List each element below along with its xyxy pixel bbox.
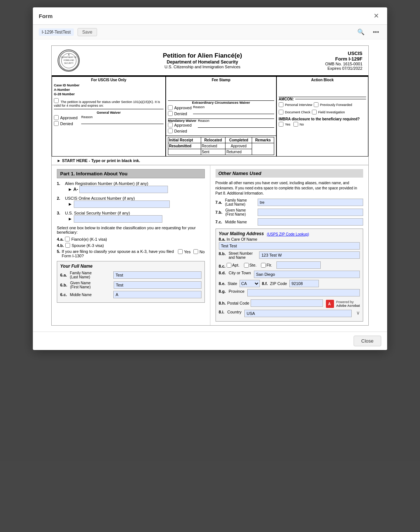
q3-input[interactable] bbox=[74, 215, 162, 223]
q8g-input[interactable] bbox=[247, 289, 360, 296]
svg-text:SECURITY: SECURITY bbox=[64, 62, 73, 64]
q8i-dropdown-icon[interactable]: ∨ bbox=[356, 310, 360, 316]
q1-input-row: ► A- bbox=[68, 186, 205, 193]
fee-stamp-label: Fee Stamp bbox=[168, 78, 274, 82]
save-button[interactable]: Save bbox=[78, 28, 97, 36]
previously-forwarded-checkbox[interactable] bbox=[314, 102, 319, 107]
q5-number: 5. bbox=[57, 249, 60, 254]
returned-label: Returned bbox=[226, 149, 252, 155]
q6c-input[interactable] bbox=[113, 291, 201, 298]
q8c-ste-label: Ste. bbox=[249, 263, 257, 267]
q1-number: 1. bbox=[57, 181, 63, 186]
modal-header: Form ✕ bbox=[33, 7, 387, 25]
svg-text:A: A bbox=[328, 302, 331, 306]
gen-denied-checkbox[interactable] bbox=[54, 121, 59, 126]
q1-label: Alien Registration Number (A-Number) (if… bbox=[65, 181, 148, 186]
form-header: DEPARTMENT OF HOMELAND SECURITY Petition… bbox=[52, 46, 368, 76]
ec-approved-row: Approved bbox=[168, 105, 192, 110]
q1-input[interactable] bbox=[79, 186, 168, 193]
q6b-row: 6.b. Given Name(First Name) bbox=[60, 281, 202, 289]
left-column: Part 1. Information About You 1. Alien R… bbox=[52, 165, 210, 325]
q8a-input[interactable] bbox=[219, 242, 360, 250]
relocated-label: Relocated bbox=[201, 137, 226, 143]
q4a-checkbox[interactable] bbox=[65, 237, 70, 241]
q8c-flr-label: Flr. bbox=[266, 263, 272, 267]
q8a-label: In Care Of Name bbox=[227, 237, 257, 241]
search-icon[interactable]: 🔍 bbox=[355, 28, 367, 36]
form-subtitle2: U.S. Citizenship and Immigration Service… bbox=[80, 65, 325, 69]
content-area: DEPARTMENT OF HOMELAND SECURITY Petition… bbox=[33, 40, 387, 332]
close-button[interactable]: Close bbox=[354, 336, 381, 346]
imbra-label: IMBRA disclosure to the beneficiary requ… bbox=[279, 117, 366, 121]
more-options-icon[interactable]: ••• bbox=[371, 28, 381, 36]
q8c-flr-checkbox[interactable] bbox=[261, 263, 266, 268]
q8c-ste-checkbox[interactable] bbox=[244, 263, 249, 268]
gen-approved-checkbox[interactable] bbox=[54, 115, 59, 120]
q8d-input[interactable] bbox=[254, 271, 360, 278]
imbra-yes-checkbox[interactable] bbox=[279, 122, 283, 127]
mand-reason-label: Reason bbox=[198, 119, 274, 123]
personal-interview-checkbox[interactable] bbox=[279, 102, 283, 107]
ec-denied-checkbox[interactable] bbox=[168, 111, 173, 116]
q6a-input[interactable] bbox=[113, 271, 201, 279]
q8e-state-select[interactable]: CA bbox=[240, 280, 260, 287]
q6b-label: Given Name(First Name) bbox=[70, 281, 111, 289]
q7c-row: 7.c. Middle Name bbox=[216, 218, 364, 226]
q8h-input[interactable] bbox=[251, 299, 323, 307]
q4a-row: 4.a. Fiancé(e) (K-1 visa) bbox=[57, 237, 205, 241]
q7c-input[interactable] bbox=[258, 218, 363, 226]
field-investigation-checkbox[interactable] bbox=[312, 110, 317, 114]
q6a-number: 6.a. bbox=[60, 273, 67, 277]
q2-input[interactable] bbox=[74, 200, 170, 208]
q6a-label: Family Name(Last Name) bbox=[70, 271, 110, 279]
q8i-input[interactable] bbox=[244, 310, 352, 317]
q8b-input[interactable] bbox=[259, 251, 360, 259]
q6b-input[interactable] bbox=[114, 281, 202, 289]
sent-label: Sent bbox=[201, 149, 226, 155]
q8i-label: Country bbox=[227, 310, 242, 314]
q7b-number: 7.b. bbox=[216, 210, 223, 214]
q8f-input[interactable] bbox=[289, 280, 319, 287]
mand-approved-checkbox[interactable] bbox=[168, 123, 173, 127]
q5-no-checkbox[interactable] bbox=[193, 249, 198, 254]
gen-denied-label: Denied bbox=[60, 121, 73, 126]
q6a-row: 6.a. Family Name(Last Name) bbox=[60, 271, 202, 279]
q4b-checkbox[interactable] bbox=[65, 243, 70, 248]
q8e-label: State bbox=[228, 281, 237, 286]
q5-row: 5. If you are filing to classify your sp… bbox=[57, 249, 205, 258]
imbra-no-checkbox[interactable] bbox=[293, 122, 298, 127]
mand-denied-checkbox[interactable] bbox=[168, 128, 173, 133]
mailing-header: Your Mailing Address (USPS ZIP Code Look… bbox=[219, 231, 360, 237]
omb-number: OMB No. 1615-0001 bbox=[325, 62, 362, 66]
petition-checkbox[interactable] bbox=[54, 98, 59, 103]
q8b-label: Street Numberand Name bbox=[228, 251, 256, 260]
ec-waiver-label: Extraordinary Circumstances Waiver bbox=[168, 101, 274, 104]
q5-yes-checkbox[interactable] bbox=[178, 249, 183, 254]
remarks-label: Remarks bbox=[252, 137, 274, 143]
gen-approved-row: Approved bbox=[54, 115, 78, 120]
mand-denied-label: Denied bbox=[174, 129, 187, 133]
q8c-input[interactable] bbox=[276, 261, 321, 269]
q8c-apt-checkbox[interactable] bbox=[227, 263, 231, 268]
ec-approved-checkbox[interactable] bbox=[168, 105, 173, 110]
q7a-number: 7.a. bbox=[216, 200, 222, 205]
q8h-number: 8.h. bbox=[219, 301, 226, 305]
modal-close-button[interactable]: ✕ bbox=[371, 11, 381, 21]
amcon-row: AMCON: bbox=[279, 97, 366, 101]
form-header-right: USCIS Form I-129F OMB No. 1615-0001 Expi… bbox=[325, 51, 362, 71]
document-check-checkbox[interactable] bbox=[279, 110, 283, 114]
q7a-input[interactable] bbox=[258, 199, 363, 206]
q2-prefix: ► bbox=[68, 202, 72, 207]
usps-link[interactable]: (USPS ZIP Code Lookup) bbox=[267, 232, 309, 236]
other-names-title: Other Names Used bbox=[216, 169, 364, 178]
modal-overlay: Form ✕ I-129f-TestTest Save 🔍 ••• DE bbox=[0, 0, 420, 532]
q7b-input[interactable] bbox=[258, 209, 363, 216]
q7b-row: 7.b. Given Name(First Name) bbox=[216, 208, 364, 216]
q2-block: 2. USCIS Online Account Number (if any) … bbox=[57, 196, 205, 208]
powered-by-section: A Powered by Adobe Acrobat bbox=[326, 300, 360, 308]
q8b-row: 8.b. Street Numberand Name bbox=[219, 251, 360, 260]
q2-input-row: ► bbox=[68, 200, 205, 208]
q5-label: If you are filing to classify your spous… bbox=[62, 249, 176, 258]
q3-number: 3. bbox=[57, 211, 63, 215]
q4b-number: 4.b. bbox=[57, 243, 64, 248]
